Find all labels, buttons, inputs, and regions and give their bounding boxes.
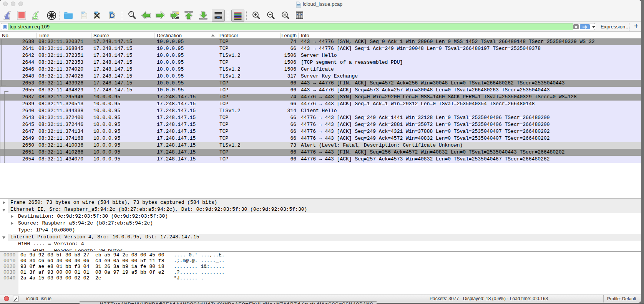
svg-text:010: 010 xyxy=(297,4,300,6)
svg-text:0111: 0111 xyxy=(82,17,86,19)
